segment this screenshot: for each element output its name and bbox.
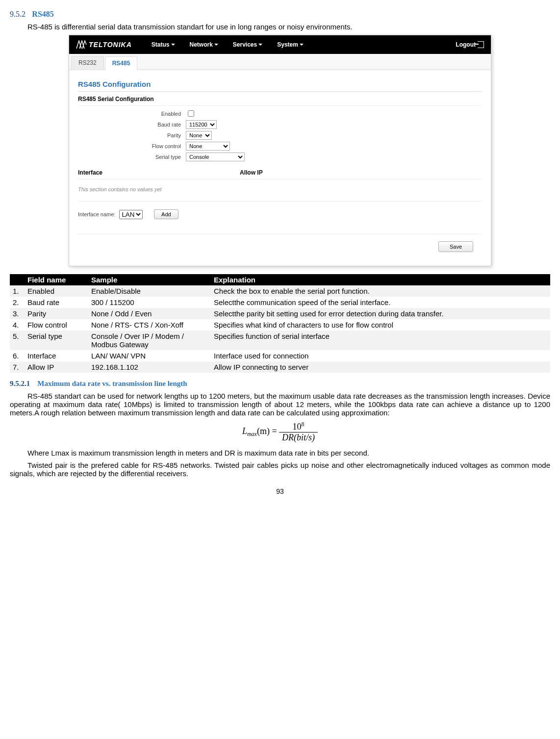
chevron-down-icon <box>258 44 262 46</box>
parity-label: Parity <box>78 132 186 138</box>
table-row: 3.ParityNone / Odd / EvenSelectthe parit… <box>10 308 550 319</box>
th-explanation: Explanation <box>211 274 550 285</box>
subsection-heading: 9.5.2.1 Maximum data rate vs. transmissi… <box>10 380 550 388</box>
formula: Lmax(m) = 108 DR(bit/s) <box>10 421 550 443</box>
serial-label: Serial type <box>78 154 186 160</box>
page-number: 93 <box>10 487 550 495</box>
sub-p3: Twisted pair is the prefered cable for R… <box>10 461 550 478</box>
config-title: RS485 Configuration <box>78 75 482 92</box>
table-row: 7.Allow IP192.168.1.102Allow IP connecti… <box>10 361 550 373</box>
iface-col1: Interface <box>78 169 240 176</box>
field-table: Field name Sample Explanation 1.EnabledE… <box>10 274 550 373</box>
add-button[interactable]: Add <box>154 209 178 219</box>
iface-col2: Allow IP <box>240 169 263 176</box>
add-row: Interface name: LAN Add <box>78 202 482 219</box>
enabled-label: Enabled <box>78 111 186 117</box>
th-sample: Sample <box>88 274 211 285</box>
iface-name-select[interactable]: LAN <box>119 210 143 219</box>
router-topbar: TELTONIKA Status Network Services System… <box>69 35 491 54</box>
interface-header: Interface Allow IP <box>78 166 482 179</box>
nav-status[interactable]: Status <box>152 41 175 48</box>
tab-bar: RS232 RS485 <box>69 54 491 70</box>
baud-label: Baud rate <box>78 122 186 127</box>
router-screenshot: TELTONIKA Status Network Services System… <box>69 35 491 266</box>
router-footer: Save <box>78 234 482 259</box>
enabled-checkbox[interactable] <box>188 110 194 117</box>
table-row: 4.Flow controlNone / RTS- CTS / Xon-Xoff… <box>10 319 550 331</box>
logo: TELTONIKA <box>76 40 132 49</box>
table-row: 2.Baud rate300 / 115200Selectthe communi… <box>10 297 550 308</box>
chevron-down-icon <box>214 44 218 46</box>
logout-button[interactable]: Logout <box>456 41 484 48</box>
serial-select[interactable]: Console <box>186 153 245 161</box>
nav-system[interactable]: System <box>277 41 304 48</box>
sub-p2: Where Lmax is maximum transmission lengt… <box>10 449 550 457</box>
empty-msg: This section contains no values yet <box>78 179 482 202</box>
logo-text: TELTONIKA <box>89 41 132 49</box>
section-number: 9.5.2 <box>10 10 25 18</box>
parity-select[interactable]: None <box>186 131 212 140</box>
subsection-number: 9.5.2.1 <box>10 380 30 387</box>
section-heading: 9.5.2 RS485 <box>10 10 550 19</box>
iface-name-label: Interface name: <box>78 211 115 217</box>
section-title: RS485 <box>32 10 53 18</box>
subsection-title: Maximum data rate vs. transmission line … <box>37 380 187 387</box>
top-nav: Status Network Services System <box>152 41 304 48</box>
table-row: 5.Serial typeConsole / Over IP / Modem /… <box>10 331 550 350</box>
logout-icon <box>478 41 484 48</box>
flow-label: Flow control <box>78 143 186 149</box>
config-subtitle: RS485 Serial Configuration <box>78 92 482 106</box>
th-field: Field name <box>25 274 88 285</box>
nav-services[interactable]: Services <box>233 41 262 48</box>
table-row: 6.InterfaceLAN/ WAN/ VPNInterface used f… <box>10 350 550 361</box>
table-row: 1.EnabledEnable/DisableCheck the box to … <box>10 285 550 297</box>
chevron-down-icon <box>171 44 175 46</box>
router-body: RS485 Configuration RS485 Serial Configu… <box>69 70 491 266</box>
tab-rs485[interactable]: RS485 <box>105 56 138 70</box>
sub-p1: RS-485 standart can be used for network … <box>10 392 550 417</box>
flow-select[interactable]: None <box>186 142 230 151</box>
save-button[interactable]: Save <box>438 241 473 252</box>
tab-rs232[interactable]: RS232 <box>71 56 104 70</box>
intro-paragraph: RS-485 is differential serial data trans… <box>10 23 550 31</box>
th-blank <box>10 274 25 285</box>
nav-network[interactable]: Network <box>190 41 218 48</box>
chevron-down-icon <box>300 44 304 46</box>
logo-icon <box>76 40 87 49</box>
baud-select[interactable]: 115200 <box>186 120 217 129</box>
